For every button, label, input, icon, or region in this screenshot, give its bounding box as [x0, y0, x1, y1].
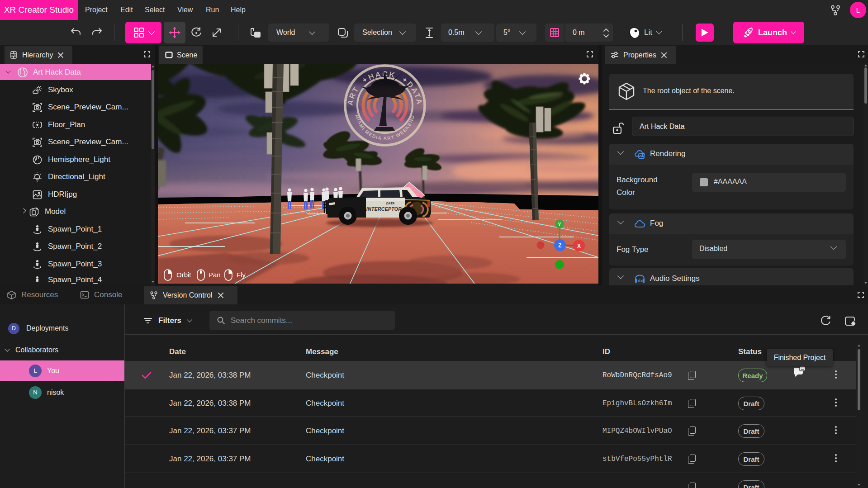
svg-text:Y: Y	[558, 222, 561, 227]
svg-text:DATA: DATA	[386, 202, 394, 205]
svg-text:Orbit: Orbit	[176, 271, 191, 279]
svg-text:X: X	[577, 243, 581, 249]
svg-text:Z: Z	[558, 242, 561, 249]
svg-text:INTERCEPTOR: INTERCEPTOR	[366, 206, 402, 212]
svg-text:Fly: Fly	[237, 271, 246, 279]
svg-text:Pan: Pan	[209, 271, 221, 279]
